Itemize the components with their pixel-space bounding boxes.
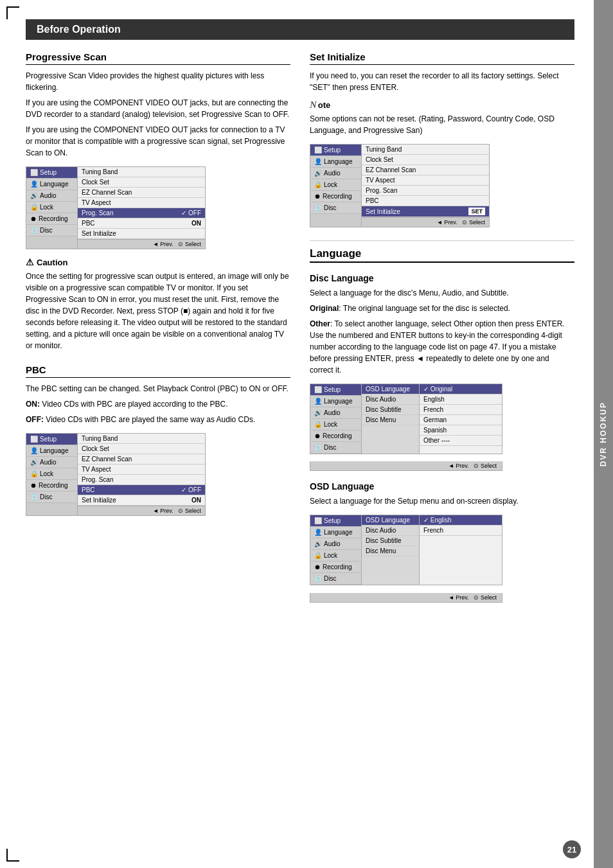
- disc-lang-spanish: Spanish: [420, 425, 502, 436]
- osd-item-menu: Disc Menu: [362, 546, 419, 556]
- prog-scan-p2: If you are using the COMPONENT VIDEO OUT…: [26, 97, 290, 120]
- init-row-setinit: Set InitializeSET: [362, 206, 489, 217]
- pbc-menu-audio: 🔊Audio: [26, 457, 77, 468]
- osd-lang-menu: ⬜Setup 👤Language 🔊Audio 🔒Lock ⏺Record: [310, 515, 502, 585]
- init-row-prog: Prog. Scan: [362, 186, 489, 196]
- set-initialize-section: Set Initialize If you need to, you can r…: [310, 51, 574, 227]
- menu-row-tv: TV Aspect: [78, 198, 205, 208]
- section-header: Before Operation: [26, 19, 574, 40]
- menu-row-tuning: Tuning Band: [78, 167, 205, 177]
- osd-french: French: [420, 526, 502, 536]
- pbc-on-text: Video CDs with PBC are played according …: [42, 400, 227, 409]
- osd-menu-right: OSD Language Disc Audio Disc Subtitle Di…: [362, 515, 502, 585]
- osd-item-audio: Disc Audio: [362, 526, 419, 536]
- pbc-paragraph: The PBC setting can be changed. Set Play…: [26, 383, 290, 394]
- menu-item-recording: ⏺Recording: [26, 213, 77, 225]
- language-section: Language Disc Language Select a language…: [310, 240, 574, 603]
- osd-menu-disc: 💿Disc: [310, 573, 361, 585]
- pbc-section: PBC The PBC setting can be changed. Set …: [26, 364, 290, 516]
- dvr-sidebar-label: DVR HOOKUP: [599, 402, 608, 466]
- set-initialize-heading: Set Initialize: [310, 51, 574, 65]
- disc-lang-menu-audio: 🔊Audio: [310, 407, 361, 419]
- disc-lang-german: German: [420, 415, 502, 425]
- pbc-on-label: ON:: [26, 400, 40, 409]
- note-title: N ote: [310, 100, 574, 111]
- pbc-row-tuning: Tuning Band: [78, 434, 205, 444]
- other-label: Other: [310, 319, 330, 328]
- pbc-menu-disc: 💿Disc: [26, 492, 77, 503]
- disc-lang-footer: ◄ Prev.⊙ Select: [310, 461, 502, 471]
- original-label: Original: [310, 304, 339, 313]
- init-menu-footer: ◄ Prev.⊙ Select: [362, 217, 489, 227]
- init-row-clock: Clock Set: [362, 155, 489, 165]
- pbc-menu-lock: 🔒Lock: [26, 468, 77, 480]
- set-initialize-paragraph: If you need to, you can reset the record…: [310, 70, 574, 93]
- init-row-tv: TV Aspect: [362, 175, 489, 186]
- menu-item-disc: 💿Disc: [26, 225, 77, 236]
- pbc-off: OFF: Video CDs with PBC are played the s…: [26, 414, 290, 425]
- init-menu-disc: 💿Disc: [310, 202, 361, 214]
- osd-right-items: ✓ English French: [420, 515, 502, 585]
- osd-item-subtitle: Disc Subtitle: [362, 536, 419, 546]
- disc-lang-original-opt: ✓ Original: [420, 384, 502, 394]
- disc-lang-menu: ⬜Setup 👤Language 🔊Audio 🔒Lock ⏺Record: [310, 384, 502, 454]
- menu-row-pbc: PBCON: [78, 218, 205, 229]
- osd-menu-lock: 🔒Lock: [310, 550, 361, 562]
- pbc-off-label: OFF:: [26, 415, 44, 424]
- init-menu-setup: ⬜Setup: [310, 145, 361, 156]
- disc-lang-english: English: [420, 394, 502, 405]
- init-row-pbc: PBC: [362, 196, 489, 206]
- disc-language-heading: Disc Language: [310, 273, 574, 283]
- osd-menu-setup: ⬜Setup: [310, 515, 361, 527]
- disc-lang-original: Original: The original language set for …: [310, 303, 574, 314]
- pbc-row-prog: Prog. Scan: [78, 475, 205, 485]
- prog-scan-menu: ⬜Setup 👤Language 🔊Audio 🔒Lock ⏺Recording: [26, 166, 206, 249]
- corner-tl: [6, 6, 19, 19]
- disc-lang-subtitle: Disc Subtitle: [362, 405, 419, 415]
- menu-item-lock: 🔒Lock: [26, 202, 77, 213]
- menu-sidebar-1: ⬜Setup 👤Language 🔊Audio 🔒Lock ⏺Recording: [26, 167, 78, 249]
- osd-item-osd: OSD Language: [362, 515, 419, 526]
- language-heading: Language: [310, 247, 574, 263]
- osd-english: ✓ English: [420, 515, 502, 526]
- note-text: Some options can not be reset. (Rating, …: [310, 113, 574, 136]
- dvr-sidebar: DVR HOOKUP: [594, 0, 613, 868]
- pbc-on: ON: Video CDs with PBC are played accord…: [26, 398, 290, 410]
- note-heading: ote: [318, 100, 331, 110]
- menu-footer-1: ◄ Prev.⊙ Select: [78, 239, 205, 249]
- caution-heading: Caution: [37, 258, 67, 267]
- page-number: 21: [563, 840, 581, 858]
- prog-scan-p1: Progressive Scan Video provides the high…: [26, 70, 290, 93]
- menu-row-ez: EZ Channel Scan: [78, 188, 205, 198]
- note-box: N ote Some options can not be reset. (Ra…: [310, 100, 574, 136]
- init-row-ez: EZ Channel Scan: [362, 165, 489, 175]
- menu-row-prog: Prog. Scan✓ OFF: [78, 208, 205, 218]
- disc-lang-menu-item: Disc Menu: [362, 415, 419, 425]
- disc-lang-other-opt: Other ----: [420, 436, 502, 446]
- pbc-row-ez: EZ Channel Scan: [78, 454, 205, 465]
- main-content: Progressive Scan Progressive Scan Video …: [26, 51, 574, 603]
- pbc-row-init: Set InitializeON: [78, 495, 205, 506]
- osd-lang-footer: ◄ Prev.⊙ Select: [310, 593, 502, 603]
- menu-row-set-init: Set Initialize: [78, 229, 205, 239]
- pbc-row-pbc: PBC✓ OFF: [78, 485, 205, 495]
- disc-lang-french: French: [420, 405, 502, 415]
- init-menu-content: Tuning Band Clock Set EZ Channel Scan TV…: [362, 145, 489, 227]
- menu-row-clock: Clock Set: [78, 177, 205, 188]
- init-menu-lock: 🔒Lock: [310, 179, 361, 191]
- disc-lang-menu-right: OSD Language Disc Audio Disc Subtitle Di…: [362, 384, 502, 454]
- prog-scan-p3: If you are using the COMPONENT VIDEO OUT…: [26, 124, 290, 159]
- left-column: Progressive Scan Progressive Scan Video …: [26, 51, 290, 603]
- pbc-row-clock: Clock Set: [78, 444, 205, 454]
- disc-lang-left-items: OSD Language Disc Audio Disc Subtitle Di…: [362, 384, 420, 454]
- menu-sidebar-disc-lang: ⬜Setup 👤Language 🔊Audio 🔒Lock ⏺Record: [310, 384, 362, 454]
- pbc-menu-setup: ⬜Setup: [26, 434, 77, 445]
- disc-lang-right-items: ✓ Original English French German Spanish…: [420, 384, 502, 454]
- osd-left-items: OSD Language Disc Audio Disc Subtitle Di…: [362, 515, 420, 585]
- init-menu-audio: 🔊Audio: [310, 168, 361, 179]
- pbc-heading: PBC: [26, 364, 290, 378]
- caution-title: ⚠ Caution: [26, 257, 290, 267]
- disc-lang-osd: OSD Language: [362, 384, 419, 394]
- osd-menu-language: 👤Language: [310, 527, 361, 538]
- osd-lang-paragraph: Select a language for the Setup menu and…: [310, 495, 574, 507]
